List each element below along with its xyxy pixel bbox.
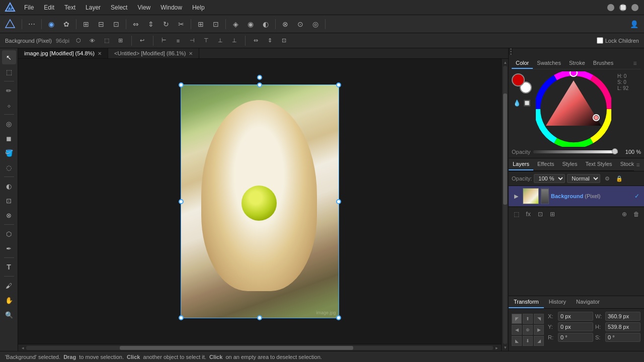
rotate-button[interactable]: ↻ (159, 17, 173, 31)
tab-stroke[interactable]: Stroke (565, 58, 589, 69)
tab-image-jpg[interactable]: image.jpg [Modified] (54.8%) ✕ (18, 48, 108, 58)
panel-grip[interactable] (509, 48, 513, 55)
grid-button[interactable]: ⊟ (94, 17, 108, 31)
tab-color[interactable]: Color (512, 58, 533, 69)
add-fx-btn[interactable]: fx (523, 209, 534, 220)
color-dropper-2[interactable]: 🔲 (522, 99, 531, 108)
w-input[interactable] (605, 312, 640, 321)
color-wheel[interactable] (536, 71, 611, 147)
scroll-left-btn[interactable]: ◂ (19, 344, 26, 351)
share-button[interactable]: ⋯ (25, 17, 39, 31)
tab-untitled[interactable]: <Untitled> [Modified] (86.1%) ✕ (108, 48, 199, 58)
layers-panel-menu[interactable]: ≡ (634, 161, 642, 169)
layers-lock-btn[interactable]: 🔒 (614, 173, 624, 184)
tool-btn-6[interactable]: ◎ (308, 17, 323, 31)
select-move-tool[interactable]: ↖ (2, 50, 16, 64)
layer-expand-icon[interactable]: ▶ (512, 192, 521, 201)
lock-children-checkbox[interactable] (597, 37, 603, 44)
crop-button[interactable]: ✂ (174, 17, 188, 31)
dog-image[interactable]: image.jpg (181, 84, 339, 318)
tab-effects[interactable]: Effects (533, 158, 558, 170)
tab-stock[interactable]: Stock (616, 158, 634, 170)
align-middle-icon[interactable]: ⊥ (215, 36, 225, 46)
align-top-icon[interactable]: ⊤ (201, 36, 211, 46)
align-tc-btn[interactable]: ⬆ (523, 314, 533, 324)
h-scroll-thumb[interactable] (120, 346, 353, 350)
layer-visibility-check[interactable]: ✓ (633, 192, 641, 200)
retouch-tool[interactable]: ⊗ (2, 208, 16, 222)
close-button[interactable] (631, 4, 638, 11)
v-scroll-thumb[interactable] (503, 94, 507, 205)
tab-layers[interactable]: Layers (509, 158, 533, 170)
r-input[interactable] (558, 333, 593, 342)
erase-tool[interactable]: ◌ (2, 160, 16, 174)
align-ml-btn[interactable]: ◀ (512, 325, 522, 335)
dodge-burn-tool[interactable]: ◐ (2, 179, 16, 193)
align-right-icon[interactable]: ⊣ (187, 36, 197, 46)
x-input[interactable] (558, 312, 593, 321)
straighten-tool[interactable]: ⬦ (2, 98, 16, 112)
maximize-button[interactable]: ⬜ (619, 4, 626, 11)
scroll-right-btn[interactable]: ▸ (493, 344, 500, 351)
add-mask-btn[interactable]: ⊡ (535, 209, 546, 220)
visibility-icon[interactable]: 👁 (88, 36, 98, 46)
snap-button[interactable]: ⊞ (79, 17, 93, 31)
arrange-button[interactable]: ⊞ (194, 17, 208, 31)
undo-icon[interactable]: ↩ (137, 36, 147, 46)
menu-text[interactable]: Text (60, 3, 79, 12)
pen-tool-left[interactable]: ✒ (2, 241, 16, 255)
lock-children-label[interactable]: Lock Children (605, 38, 639, 44)
align-mr-btn[interactable]: ▶ (534, 325, 544, 335)
menu-layer[interactable]: Layer (82, 3, 105, 12)
add-pixel-layer-btn[interactable]: ⬚ (511, 209, 522, 220)
tool-btn-2[interactable]: ◉ (244, 17, 258, 31)
tab-brushes[interactable]: Brushes (589, 58, 617, 69)
menu-select[interactable]: Select (107, 3, 131, 12)
layers-settings-btn[interactable]: ⚙ (602, 173, 612, 184)
transform-icon[interactable]: ⬡ (73, 36, 84, 46)
tool-btn-5[interactable]: ⊙ (293, 17, 307, 31)
hand-tool-left[interactable]: ✋ (2, 293, 16, 307)
tab-history[interactable]: History (544, 296, 571, 308)
menu-edit[interactable]: Edit (40, 3, 58, 12)
align-button[interactable]: ⊡ (209, 17, 223, 31)
align-bl-btn[interactable]: ◣ (512, 336, 522, 346)
persona-button-1[interactable]: ◉ (44, 17, 58, 31)
align-left-icon[interactable]: ⊢ (159, 36, 169, 46)
v-scroll-up[interactable]: ▴ (502, 59, 508, 66)
menu-file[interactable]: File (20, 3, 38, 12)
h-input[interactable] (605, 322, 640, 331)
layers-opacity-select[interactable]: 100 % (534, 174, 565, 183)
healing-tool[interactable]: 🖌 (2, 279, 16, 293)
v-scroll-down[interactable]: ▾ (502, 344, 508, 351)
canvas-scroll-area[interactable]: image.jpg (18, 59, 501, 344)
opacity-slider[interactable] (533, 150, 618, 153)
crop-tool[interactable]: ✏ (2, 83, 16, 98)
s-input[interactable] (605, 333, 640, 342)
layers-blend-select[interactable]: Normal (567, 174, 600, 183)
foreground-color-swatch[interactable] (512, 73, 525, 86)
flip-v-button[interactable]: ⇕ (144, 17, 158, 31)
shape-tool[interactable]: ⬡ (2, 227, 16, 241)
node-tool[interactable]: ⬚ (2, 65, 16, 79)
profile-button[interactable]: 👤 (627, 17, 641, 31)
clip-icon[interactable]: ⊞ (116, 36, 126, 46)
tab-text-styles[interactable]: Text Styles (581, 158, 616, 170)
align-mc-btn[interactable]: ⊕ (523, 325, 533, 335)
panel-options-icon[interactable]: ≡ (631, 59, 639, 67)
tab-styles[interactable]: Styles (558, 158, 581, 170)
tab-image-close[interactable]: ✕ (98, 51, 102, 56)
persona-button-2[interactable]: ✿ (59, 17, 73, 31)
align-bottom-icon[interactable]: ⊥ (229, 36, 239, 46)
layer-background[interactable]: ▶ Background (Pixel) ✓ (509, 186, 644, 207)
tab-transform[interactable]: Transform (509, 296, 544, 308)
menu-window[interactable]: Window (156, 3, 186, 12)
mask-icon[interactable]: ⬚ (102, 36, 112, 46)
guide-button[interactable]: ⊡ (109, 17, 123, 31)
zoom-tool-left[interactable]: 🔍 (2, 308, 16, 322)
distribute-h-icon[interactable]: ⇔ (251, 36, 261, 46)
distribute-v-icon[interactable]: ⇕ (265, 36, 275, 46)
align-tl-btn[interactable]: ◤ (512, 314, 522, 324)
tool-btn-1[interactable]: ◈ (228, 17, 243, 31)
menu-help[interactable]: Help (188, 3, 209, 12)
